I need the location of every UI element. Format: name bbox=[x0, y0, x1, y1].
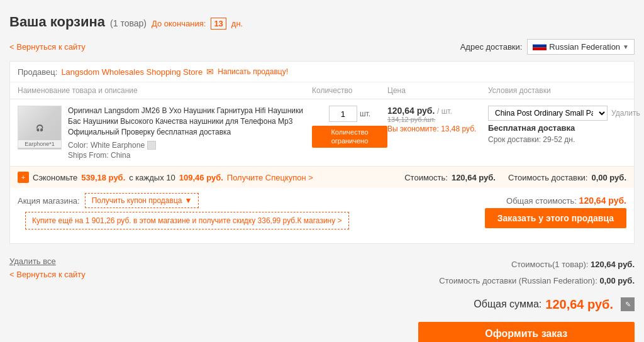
delivery-method-select[interactable]: China Post Ordinary Small Packet bbox=[488, 106, 608, 121]
ships-label: Ships From: bbox=[68, 151, 109, 160]
delivery-time: Срок доставки: 29-52 дн. bbox=[488, 135, 626, 144]
delivery-cost-label: Стоимость доставки: bbox=[508, 173, 588, 182]
grand-total-row: Общая сумма: 120,64 руб. ✎ bbox=[418, 292, 635, 317]
col-quantity: Количество bbox=[312, 86, 387, 95]
savings-text-mid: с каждых 10 bbox=[129, 173, 175, 182]
page-title: Ваша корзина bbox=[9, 14, 105, 30]
coupon-link[interactable]: Получите Спецкупон > bbox=[227, 173, 313, 182]
grand-total-value: 120,64 руб. bbox=[545, 292, 613, 317]
color-label: Color: bbox=[68, 141, 88, 150]
delete-all-link[interactable]: Удалить все bbox=[9, 256, 56, 266]
svg-rect-3 bbox=[533, 47, 547, 50]
quantity-cell: шт. Количество ограничено bbox=[312, 106, 387, 148]
summary-cost-row: Стоимость(1 товар): 120,64 руб. bbox=[418, 256, 635, 273]
price-save-label: Вы экономите: bbox=[387, 124, 439, 133]
price-cell: 120,64 руб. / шт. 134,12 руб./шт. Вы эко… bbox=[387, 106, 488, 133]
cost-label: Стоимость: bbox=[404, 173, 448, 182]
store-discount-row: Купите ещё на 1 901,26 руб. в этом магаз… bbox=[25, 212, 349, 229]
message-icon: ✉ bbox=[206, 67, 214, 77]
delivery-cost-value: 0,00 руб. bbox=[591, 173, 626, 182]
coupon-dropdown-label: Получить купон продавца bbox=[92, 196, 182, 205]
product-title: Оригинал Langsdom JM26 В Ухо Наушник Гар… bbox=[68, 106, 312, 137]
price-main: 120,64 руб. bbox=[387, 106, 435, 116]
earphone-drawing-icon: 🎧 bbox=[36, 124, 43, 131]
summary-delivery-row: Стоимость доставки (Russian Federation):… bbox=[418, 273, 635, 289]
contact-seller-link[interactable]: Написать продавцу! bbox=[218, 67, 288, 76]
savings-threshold: 109,46 руб. bbox=[179, 173, 223, 182]
coupon-dropdown-arrow: ▼ bbox=[184, 196, 192, 205]
price-old: 134,12 руб./шт. bbox=[387, 116, 488, 123]
delivery-country-select[interactable]: Russian Federation ▼ bbox=[527, 39, 635, 55]
store-action-label: Акция магазина: bbox=[18, 196, 80, 206]
cart-box: Продавец: Langsdom Wholesales Shopping S… bbox=[9, 61, 635, 244]
product-ships-row: Ships From: China bbox=[68, 151, 312, 160]
deadline-label: До окончания: bbox=[152, 19, 206, 28]
total-cost-row: Общая стоимость: 120,64 руб. bbox=[485, 196, 626, 206]
summary-delivery-value: 0,00 руб. bbox=[599, 276, 635, 285]
savings-amount: 539,18 руб. bbox=[81, 173, 125, 182]
summary-lines: Стоимость(1 товар): 120,64 руб. Стоимост… bbox=[418, 256, 635, 317]
delivery-cell: China Post Ordinary Small Packet Удалить… bbox=[488, 106, 626, 144]
deadline-suffix: дн. bbox=[231, 19, 243, 28]
cost-value: 120,64 руб. bbox=[452, 173, 496, 182]
order-summary: Стоимость(1 товар): 120,64 руб. Стоимост… bbox=[418, 256, 635, 342]
subtotal-area: Стоимость: 120,64 руб. Стоимость доставк… bbox=[404, 173, 626, 182]
price-unit: / шт. bbox=[437, 107, 452, 116]
product-row: 🎧 Earphone*1 Оригинал Langsdom JM26 В Ух… bbox=[10, 99, 634, 166]
svg-rect-2 bbox=[533, 45, 547, 48]
quantity-input[interactable] bbox=[329, 106, 357, 122]
product-image: 🎧 Earphone*1 bbox=[18, 106, 62, 150]
bottom-row: Удалить все Вернуться к сайту Стоимость(… bbox=[9, 250, 635, 342]
qty-warning: Количество ограничено bbox=[312, 126, 387, 148]
table-header: Наименование товара и описание Количеств… bbox=[10, 82, 634, 99]
store-discount-text: Купите ещё на 1 901,26 руб. в этом магаз… bbox=[32, 216, 297, 225]
total-label: Общая стоимость: bbox=[506, 196, 577, 206]
col-delivery: Условия доставки bbox=[488, 86, 626, 95]
ships-from: China bbox=[111, 151, 130, 160]
delivery-free: Бесплатная доставка bbox=[488, 123, 626, 133]
price-save-value: 13,48 руб. bbox=[441, 124, 476, 133]
product-description: Оригинал Langsdom JM26 В Ухо Наушник Гар… bbox=[68, 106, 312, 160]
delivery-address-label: Адрес доставки: bbox=[460, 42, 523, 52]
savings-text-prefix: Сэкономьте bbox=[33, 173, 77, 182]
delivery-address-row: Адрес доставки: Russian Federation ▼ bbox=[460, 39, 635, 55]
product-color-row: Color: White Earphone bbox=[68, 141, 312, 150]
summary-cost-label: Стоимость(1 товар): bbox=[511, 260, 588, 269]
svg-rect-1 bbox=[533, 41, 547, 45]
savings-icon: + bbox=[18, 172, 29, 183]
back-link-bottom[interactable]: Вернуться к сайту bbox=[9, 270, 86, 279]
grand-total-label: Общая сумма: bbox=[474, 294, 541, 314]
product-image-label: Earphone*1 bbox=[18, 140, 61, 148]
total-value: 120,64 руб. bbox=[579, 196, 626, 206]
delivery-country-name: Russian Federation bbox=[549, 42, 620, 52]
col-price: Цена bbox=[387, 86, 488, 95]
summary-delivery-label: Стоимость доставки (Russian Federation): bbox=[439, 276, 597, 285]
seller-label: Продавец: bbox=[18, 67, 57, 77]
delivery-subtotal: Стоимость доставки: 0,00 руб. bbox=[508, 173, 626, 182]
price-save-row: Вы экономите: 13,48 руб. bbox=[387, 124, 488, 133]
color-value: White Earphone bbox=[91, 141, 145, 150]
checkout-button[interactable]: Оформить заказ bbox=[418, 322, 635, 342]
back-link-top[interactable]: Вернуться к сайту bbox=[9, 42, 86, 52]
order-seller-button[interactable]: Заказать у этого продавца bbox=[485, 208, 626, 228]
deadline-days: 13 bbox=[211, 18, 226, 30]
bottom-left: Удалить все Вернуться к сайту bbox=[9, 256, 86, 279]
savings-row: + Сэкономьте 539,18 руб. с каждых 10 109… bbox=[10, 166, 634, 188]
cost-subtotal: Стоимость: 120,64 руб. bbox=[404, 173, 496, 182]
seller-row: Продавец: Langsdom Wholesales Shopping S… bbox=[10, 62, 634, 82]
shop-link[interactable]: К магазину > bbox=[297, 216, 341, 225]
coupon-dropdown[interactable]: Получить купон продавца ▼ bbox=[85, 193, 199, 208]
chevron-down-icon: ▼ bbox=[623, 43, 629, 50]
col-item: Наименование товара и описание bbox=[18, 86, 312, 95]
summary-cost-value: 120,64 руб. bbox=[591, 260, 635, 269]
qty-unit: шт. bbox=[360, 109, 370, 118]
color-swatch bbox=[147, 141, 156, 150]
product-info: 🎧 Earphone*1 Оригинал Langsdom JM26 В Ух… bbox=[18, 106, 312, 160]
edit-total-icon[interactable]: ✎ bbox=[621, 297, 635, 311]
seller-name: Langsdom Wholesales Shopping Store bbox=[61, 67, 203, 77]
flag-icon bbox=[533, 41, 547, 52]
delete-product-link[interactable]: Удалить bbox=[611, 109, 640, 118]
items-count: (1 товар) bbox=[110, 18, 147, 28]
store-action-area: Акция магазина: Получить купон продавца … bbox=[18, 193, 357, 234]
order-area: Общая стоимость: 120,64 руб. Заказать у … bbox=[485, 193, 626, 228]
